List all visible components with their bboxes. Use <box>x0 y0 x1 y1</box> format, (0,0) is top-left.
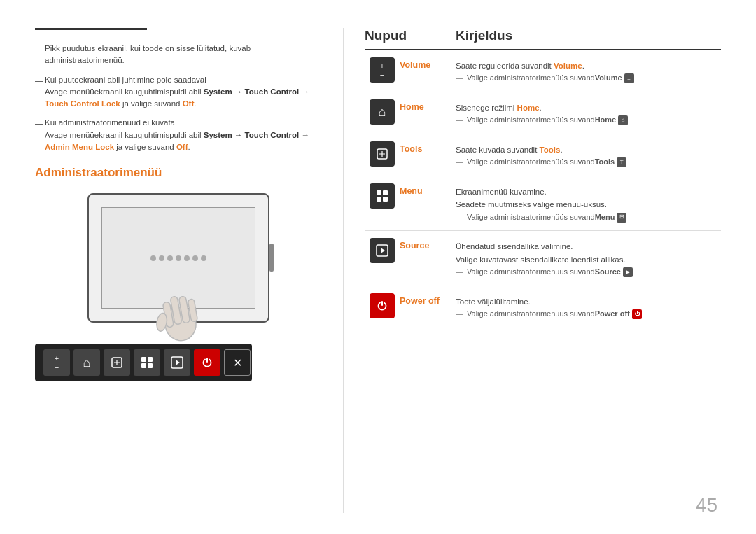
dot <box>167 255 173 261</box>
dot <box>184 255 190 261</box>
table-header: Nupud Kirjeldus <box>365 28 721 50</box>
bullet-dash-3: — <box>35 118 45 129</box>
dot <box>150 255 156 261</box>
power-label: Power off <box>400 293 456 306</box>
svg-rect-8 <box>148 357 153 362</box>
volume-label: Volume <box>400 57 456 70</box>
menu-icon-box[interactable] <box>370 183 395 209</box>
device-illustration <box>74 190 284 337</box>
bullet-item-3: — Kui administraatorimenüüd ei kuvata Av… <box>35 117 322 153</box>
bullet-text-3: Kui administraatorimenüüd ei kuvata Avag… <box>45 117 322 153</box>
dots-row <box>150 255 206 261</box>
table-row: Tools Saate kuvada suvandit Tools. Valig… <box>365 134 721 176</box>
home-icon-cell: ⌂ <box>365 99 400 125</box>
home-icon-box[interactable]: ⌂ <box>370 99 395 125</box>
table-row: ⌂ Home Sisenege režiimi Home. Valige adm… <box>365 92 721 134</box>
menu-label: Menu <box>400 183 456 196</box>
power-icon-box[interactable] <box>370 293 395 318</box>
svg-rect-15 <box>383 190 388 195</box>
volume-button[interactable]: +− <box>43 349 70 376</box>
page-number: 45 <box>696 494 718 517</box>
hand-icon <box>150 281 206 344</box>
tools-icon-box[interactable] <box>370 141 395 167</box>
volume-icon-box[interactable]: +− <box>370 57 395 83</box>
source-button[interactable] <box>164 349 190 376</box>
dot <box>176 255 181 261</box>
bullet-item-2: — Kui puuteekraani abil juhtimine pole s… <box>35 74 322 111</box>
volume-icon-cell: +− <box>365 57 400 83</box>
volume-desc: Saate reguleerida suvandit Volume. Valig… <box>456 57 721 85</box>
bullet-item-1: — Pikk puudutus ekraanil, kui toode on s… <box>35 43 322 67</box>
left-column: — Pikk puudutus ekraanil, kui toode on s… <box>35 28 343 513</box>
dot <box>192 255 198 261</box>
tools-icon-cell <box>365 141 400 167</box>
device-side-bar <box>270 244 274 272</box>
power-button[interactable] <box>194 349 220 376</box>
svg-rect-7 <box>141 357 146 362</box>
menu-desc: Ekraanimenüü kuvamine. Seadete muutmisek… <box>456 183 721 223</box>
bullet-text-2: Kui puuteekraani abil juhtimine pole saa… <box>45 74 322 111</box>
table-row: Power off Toote väljalülitamine. Valige … <box>365 286 721 328</box>
source-icon-cell <box>365 238 400 263</box>
col-header-kirjeldus: Kirjeldus <box>456 28 721 43</box>
home-label: Home <box>400 99 456 112</box>
menu-icon-cell <box>365 183 400 209</box>
button-bar: +− ⌂ ✕ <box>35 344 252 381</box>
svg-rect-17 <box>383 197 388 202</box>
bullet-text-1: Pikk puudutus ekraanil, kui toode on sis… <box>45 43 322 67</box>
svg-rect-16 <box>377 197 382 202</box>
source-label: Source <box>400 238 456 251</box>
svg-marker-19 <box>381 248 385 253</box>
close-button[interactable]: ✕ <box>224 349 251 376</box>
menu-button[interactable] <box>134 349 160 376</box>
tools-button[interactable] <box>104 349 130 376</box>
svg-rect-14 <box>377 190 382 195</box>
source-icon-box[interactable] <box>370 238 395 263</box>
table-row: Menu Ekraanimenüü kuvamine. Seadete muut… <box>365 176 721 231</box>
power-desc: Toote väljalülitamine. Valige administra… <box>456 293 721 321</box>
svg-rect-10 <box>148 363 153 368</box>
home-button[interactable]: ⌂ <box>74 349 100 376</box>
svg-rect-9 <box>141 363 146 368</box>
bullet-dash-2: — <box>35 75 45 87</box>
right-column: Nupud Kirjeldus +− Volume Saate reguleer… <box>343 28 721 513</box>
table-row: Source Ühendatud sisendallika valimine. … <box>365 231 721 286</box>
tools-desc: Saate kuvada suvandit Tools. Valige admi… <box>456 141 721 169</box>
dot <box>159 255 164 261</box>
svg-marker-12 <box>176 360 180 365</box>
dot <box>201 255 206 261</box>
section-title: Administraatorimenüü <box>35 166 322 180</box>
bullet-dash: — <box>35 43 45 55</box>
power-icon-cell <box>365 293 400 318</box>
tools-label: Tools <box>400 141 456 154</box>
table-row: +− Volume Saate reguleerida suvandit Vol… <box>365 50 721 92</box>
home-desc: Sisenege režiimi Home. Valige administra… <box>456 99 721 127</box>
top-divider <box>35 28 147 30</box>
col-header-nupud: Nupud <box>365 28 456 43</box>
bullet-section: — Pikk puudutus ekraanil, kui toode on s… <box>35 43 322 153</box>
source-desc: Ühendatud sisendallika valimine. Valige … <box>456 238 721 278</box>
